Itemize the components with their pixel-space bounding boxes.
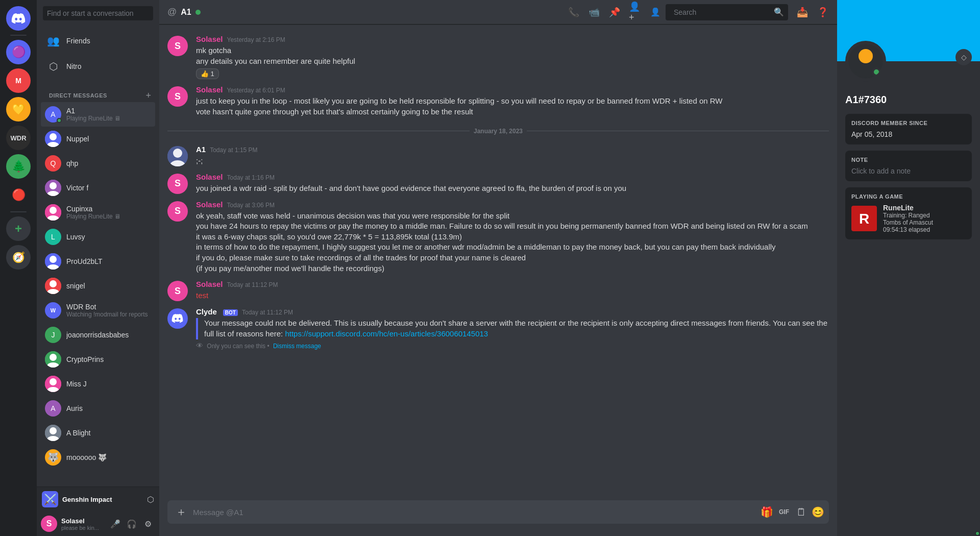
server-icon-1[interactable]: 🟣 [6, 40, 31, 64]
solasel-avatar-4[interactable]: S [167, 174, 188, 194]
server-icon-5[interactable]: 🌲 [6, 154, 31, 179]
clyde-link[interactable]: https://support.discord.com/hc/en-us/art… [285, 329, 488, 338]
cryptoprins-name: CryptoPrins [66, 355, 151, 363]
member-since-value: Apr 05, 2018 [851, 130, 966, 138]
a1-status-dot [57, 118, 62, 123]
pin-messages-button[interactable]: 📌 [608, 6, 621, 18]
dm-item-snigel[interactable]: snigel [41, 274, 155, 298]
dm-item-moooooo[interactable]: 🐺 moooooo 🐺 [41, 445, 155, 470]
emoji-button[interactable]: 😊 [811, 505, 825, 519]
member-since-label: DISCORD MEMBER SINCE [851, 120, 966, 126]
victorf-info: Victor f [66, 184, 151, 192]
message-author-solasel-4[interactable]: Solasel [196, 173, 223, 181]
missj-avatar [45, 376, 61, 392]
game-detail-3: 09:54:13 elapsed [883, 226, 966, 233]
a1-avatar-msg[interactable] [167, 146, 188, 166]
headphones-button[interactable]: 🎧 [125, 517, 139, 531]
game-bar-share[interactable]: ⬡ [147, 495, 154, 504]
nuppel-avatar [45, 131, 61, 147]
svg-point-28 [859, 49, 873, 63]
dm-search-bar[interactable] [37, 0, 159, 27]
profile-edit-button[interactable]: ◇ [955, 49, 972, 65]
wdrbot-status: Watching !modmail for reports [66, 311, 151, 318]
message-author-clyde[interactable]: Clyde [196, 307, 217, 316]
add-attachment-button[interactable]: ＋ [174, 500, 189, 524]
message-author-solasel-1[interactable]: Solasel [196, 35, 223, 43]
clyde-avatar[interactable] [167, 308, 188, 329]
dm-search-input[interactable] [43, 6, 153, 20]
solasel-avatar-6[interactable]: S [167, 281, 188, 301]
settings-button[interactable]: ⚙ [141, 517, 155, 531]
dm-item-a1[interactable]: A A1 Playing RuneLite 🖥 [41, 102, 155, 127]
start-video-call-button[interactable]: 📹 [588, 6, 600, 18]
bot-badge: BOT [223, 309, 238, 316]
discover-servers-button[interactable]: 🧭 [6, 245, 31, 270]
cupinxa-name: Cupinxa [66, 205, 151, 213]
dismiss-message-link[interactable]: Dismiss message [273, 343, 321, 350]
dm-item-cupinxa[interactable]: Cupinxa Playing RuneLite 🖥 [41, 200, 155, 225]
message-author-a1[interactable]: A1 [196, 145, 206, 154]
sticker-button[interactable]: 🗒 [794, 505, 808, 519]
note-section[interactable]: NOTE Click to add a note [845, 151, 972, 181]
victorf-avatar [45, 180, 61, 196]
gif-button[interactable]: GIF [776, 505, 792, 519]
inbox-button[interactable]: 📥 [796, 6, 808, 18]
member-since-section: DISCORD MEMBER SINCE Apr 05, 2018 [845, 114, 972, 144]
dm-item-nuppel[interactable]: Nuppel [41, 127, 155, 151]
solasel-avatar-1[interactable]: S [167, 36, 188, 56]
server-icon-3[interactable]: 💛 [6, 97, 31, 121]
dm-item-cryptoprins[interactable]: CryptoPrins [41, 347, 155, 372]
dm-item-missj[interactable]: Miss J [41, 372, 155, 396]
game-info: RuneLite Training: Ranged Tombs of Amasc… [883, 204, 966, 233]
server-icon-6[interactable]: 🔴 [6, 183, 31, 207]
message-group-5: S Solasel Today at 3:06 PM ok yeah, staf… [159, 198, 837, 276]
message-header-1: Solasel Yesterday at 2:16 PM [196, 35, 829, 43]
proud2blt-avatar [45, 253, 61, 270]
dm-item-qhp[interactable]: Q qhp [41, 151, 155, 176]
luvsy-name: Luvsy [66, 233, 151, 241]
add-friend-button[interactable]: 👤+ [629, 6, 641, 18]
sidebar-item-nitro[interactable]: ⬡ Nitro [41, 54, 155, 79]
hide-user-profile-button[interactable]: 👤 [649, 6, 662, 18]
message-content-6: Solasel Today at 11:12 PM test [196, 280, 829, 301]
message-text-5a: ok yeah, staff vote was held - unanimous… [196, 211, 829, 222]
server-icon-2[interactable]: M [6, 68, 31, 93]
sidebar-item-friends[interactable]: 👥 Friends [41, 29, 155, 53]
app-container: 🟣 M 💛 WDR 🌲 🔴 + 🧭 👥 Friends ⬡ Nitro [0, 0, 980, 536]
message-content-3: A1 Today at 1:15 PM ;-; [196, 145, 829, 166]
message-author-solasel-2[interactable]: Solasel [196, 85, 223, 94]
dm-item-joao[interactable]: J joaonorrisdasbabes [41, 323, 155, 347]
home-button[interactable] [6, 6, 31, 31]
cryptoprins-info: CryptoPrins [66, 355, 151, 363]
dm-item-luvsy[interactable]: L Luvsy [41, 225, 155, 249]
help-button[interactable]: ❓ [817, 6, 829, 18]
server-icon-wdr[interactable]: WDR [6, 126, 31, 150]
message-author-solasel-6[interactable]: Solasel [196, 280, 223, 288]
search-container[interactable]: 🔍 [666, 4, 788, 20]
message-header-4: Solasel Today at 1:16 PM [196, 173, 829, 181]
user-bottom-bar: S Solasel please be kin... 🎤 🎧 ⚙ [37, 511, 159, 536]
gift-button[interactable]: 🎁 [760, 505, 774, 519]
add-dm-button[interactable]: + [145, 91, 151, 100]
microphone-button[interactable]: 🎤 [108, 517, 122, 531]
note-label: NOTE [851, 157, 966, 163]
search-input[interactable] [670, 6, 772, 18]
add-server-button[interactable]: + [6, 216, 31, 241]
start-voice-call-button[interactable]: 📞 [568, 6, 580, 18]
solasel-avatar-5[interactable]: S [167, 201, 188, 222]
server-divider-2 [10, 211, 27, 212]
message-timestamp-5: Today at 3:06 PM [227, 202, 275, 209]
dm-item-wdrbot[interactable]: W WDR Bot Watching !modmail for reports [41, 298, 155, 323]
svg-point-1 [50, 133, 57, 140]
note-value[interactable]: Click to add a note [851, 167, 966, 175]
dm-item-victorf[interactable]: Victor f [41, 176, 155, 200]
dm-item-ablight[interactable]: A Blight [41, 421, 155, 445]
message-input[interactable] [193, 502, 753, 522]
dm-item-proud2blt[interactable]: ProUd2bLT [41, 249, 155, 274]
dm-item-auris[interactable]: A Auris [41, 396, 155, 421]
message-author-solasel-5[interactable]: Solasel [196, 200, 223, 209]
solasel-avatar-2[interactable]: S [167, 86, 188, 107]
auris-name: Auris [66, 404, 151, 412]
message-reaction-1[interactable]: 👍 1 [196, 68, 219, 79]
ablight-name: A Blight [66, 429, 151, 437]
